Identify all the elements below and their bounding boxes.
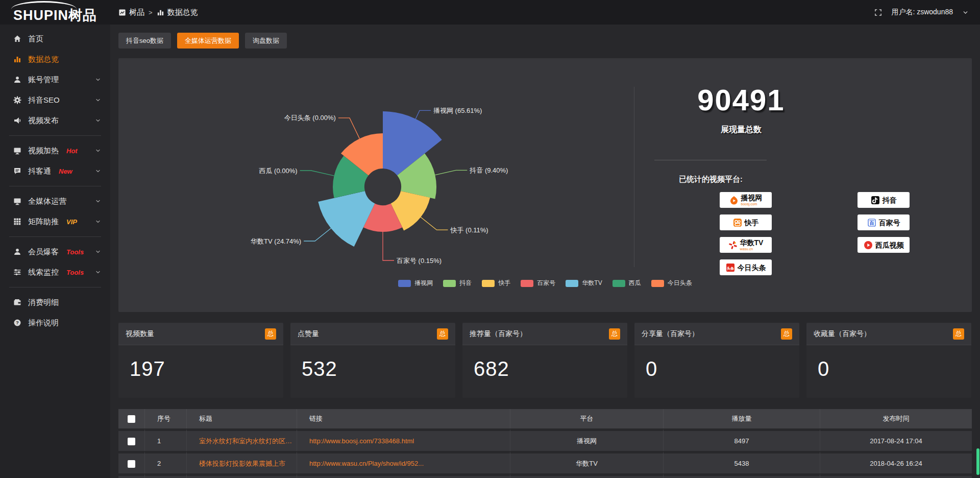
header-right: 用户名: zswodun88 <box>874 8 980 17</box>
table-row: 1室外水纹灯和室内水纹灯的区别和简介http://www.boosj.com/7… <box>118 428 972 451</box>
fullscreen-icon[interactable] <box>874 9 882 16</box>
total-badge[interactable]: 总 <box>437 328 448 340</box>
pie-label-line <box>415 110 431 118</box>
sliders-icon <box>13 268 21 276</box>
stat-card-视频数量: 视频数量总197 <box>118 323 283 398</box>
legend-item-播视网[interactable]: 播视网 <box>398 279 433 288</box>
breadcrumb-label: 数据总览 <box>167 8 198 17</box>
legend-item-抖音[interactable]: 抖音 <box>443 279 472 288</box>
sidebar-item-label: 会员爆客 <box>28 247 59 257</box>
pie-label: 百家号 (0.15%) <box>397 257 442 265</box>
sidebar-item-抖音SEO[interactable]: 抖音SEO <box>0 90 110 110</box>
total-impressions-label: 展现量总数 <box>665 125 818 135</box>
sidebar-item-label: 消费明细 <box>28 298 59 307</box>
sidebar-item-矩阵助推[interactable]: 矩阵助推VIP <box>0 211 110 232</box>
breadcrumb-label: 树品 <box>129 8 144 17</box>
overview-panel: 播视网 (65.61%)抖音 (9.40%)快手 (0.11%)百家号 (0.1… <box>118 58 972 312</box>
stat-card-收藏量（百家号）: 收藏量（百家号）总0 <box>806 323 971 398</box>
tab-全媒体运营数据[interactable]: 全媒体运营数据 <box>177 33 239 49</box>
table-row <box>118 473 972 478</box>
chevron-down-icon[interactable] <box>962 9 969 16</box>
stat-card-value: 0 <box>634 345 799 380</box>
select-all-checkbox[interactable] <box>128 415 135 423</box>
pie-label: 播视网 (65.61%) <box>433 107 482 114</box>
breadcrumb-item[interactable]: 树品 <box>118 8 144 17</box>
column-header-序号: 序号 <box>145 409 187 428</box>
pie-slice-华数TV[interactable] <box>318 191 375 247</box>
cell-title[interactable]: 楼体投影灯投影效果震撼上市 <box>187 451 297 473</box>
total-badge[interactable]: 总 <box>781 328 792 340</box>
cell-link <box>297 473 510 478</box>
sidebar-item-视频发布[interactable]: 视频发布 <box>0 110 110 131</box>
cell-platform: 华数TV <box>510 451 664 473</box>
total-badge[interactable]: 总 <box>609 328 620 340</box>
row-checkbox[interactable] <box>128 438 135 445</box>
total-impressions-value: 90491 <box>665 83 818 117</box>
legend-item-百家号[interactable]: 百家号 <box>521 279 555 288</box>
column-header-链接: 链接 <box>297 409 510 428</box>
sidebar-item-消费明细[interactable]: 消费明细 <box>0 292 110 313</box>
chevron-down-icon <box>95 97 101 103</box>
table-header-row: 序号标题链接平台播放量发布时间 <box>118 409 972 428</box>
platform-name: 百家号 <box>879 219 900 226</box>
cell-index <box>145 473 187 478</box>
pie-label: 快手 (0.11%) <box>450 226 488 234</box>
cell-plays: 5438 <box>664 451 820 473</box>
platform-name: 抖音 <box>883 197 897 204</box>
app-logo[interactable]: SHUPIN树品 <box>0 0 110 25</box>
sidebar-item-label: 视频发布 <box>28 116 59 126</box>
cell-title[interactable]: 室外水纹灯和室内水纹灯的区别和简介 <box>187 428 297 451</box>
breadcrumb-item[interactable]: 数据总览 <box>157 8 198 17</box>
sidebar-item-视频加热[interactable]: 视频加热Hot <box>0 140 110 161</box>
platform-badge-播视网: 播视网boosj.com <box>720 192 772 208</box>
select-all-cell <box>118 409 145 428</box>
total-badge[interactable]: 总 <box>265 328 276 340</box>
monitor-icon <box>13 147 21 155</box>
stat-card-value: 197 <box>118 345 283 380</box>
sidebar-item-label: 抖客通 <box>28 166 51 176</box>
stat-card-header: 收藏量（百家号）总 <box>806 323 971 345</box>
cell-title <box>187 473 297 478</box>
logo-arc <box>11 1 77 9</box>
chevron-down-icon <box>95 117 101 124</box>
svg-text:头条: 头条 <box>727 266 734 270</box>
tab-询盘数据[interactable]: 询盘数据 <box>245 33 287 49</box>
total-badge[interactable]: 总 <box>953 328 964 340</box>
toutiao-logo: 头条 <box>726 263 735 272</box>
tab-抖音seo数据[interactable]: 抖音seo数据 <box>118 33 171 49</box>
username-label[interactable]: 用户名: zswodun88 <box>891 8 953 17</box>
data-tabs: 抖音seo数据全媒体运营数据询盘数据 <box>118 33 972 49</box>
douyin-logo <box>871 196 880 205</box>
sidebar-item-首页[interactable]: 首页 <box>0 29 110 49</box>
pie-label-line <box>300 171 334 176</box>
app-icon <box>118 9 126 16</box>
legend-item-快手[interactable]: 快手 <box>482 279 510 288</box>
videos-table: 序号标题链接平台播放量发布时间 1室外水纹灯和室内水纹灯的区别和简介http:/… <box>118 409 972 478</box>
legend-swatch <box>566 280 578 287</box>
sidebar-item-账号管理[interactable]: 账号管理 <box>0 69 110 90</box>
platform-badge-快手: 快手 <box>720 214 772 230</box>
scrollbar-thumb[interactable] <box>976 448 979 475</box>
platform-name: 快手 <box>745 219 759 226</box>
breadcrumb: 树品>数据总览 <box>118 8 198 17</box>
cell-link[interactable]: http://www.boosj.com/7338468.html <box>297 428 510 451</box>
sidebar-item-线索监控[interactable]: 线索监控Tools <box>0 262 110 282</box>
sidebar-item-会员爆客[interactable]: 会员爆客Tools <box>0 242 110 262</box>
home-icon <box>13 35 21 43</box>
legend-swatch <box>398 280 411 287</box>
row-select-cell <box>118 428 145 451</box>
cell-plays <box>664 473 820 478</box>
sidebar-item-抖客通[interactable]: 抖客通New <box>0 161 110 181</box>
sidebar-item-操作说明[interactable]: ?操作说明 <box>0 313 110 333</box>
megaphone-icon <box>13 116 21 125</box>
rose-chart: 播视网 (65.61%)抖音 (9.40%)快手 (0.11%)百家号 (0.1… <box>118 58 634 312</box>
stat-card-title: 收藏量（百家号） <box>814 329 871 339</box>
sidebar-item-数据总览[interactable]: 数据总览 <box>0 49 110 69</box>
row-checkbox[interactable] <box>128 460 135 468</box>
breadcrumb-separator: > <box>149 9 153 16</box>
legend-item-华数TV[interactable]: 华数TV <box>566 279 602 288</box>
sidebar-item-badge: Tools <box>66 248 84 256</box>
sidebar-item-全媒体运营[interactable]: 全媒体运营 <box>0 191 110 211</box>
cell-link[interactable]: http://www.wasu.cn/Play/show/id/952... <box>297 451 510 473</box>
grid-icon <box>13 218 21 226</box>
